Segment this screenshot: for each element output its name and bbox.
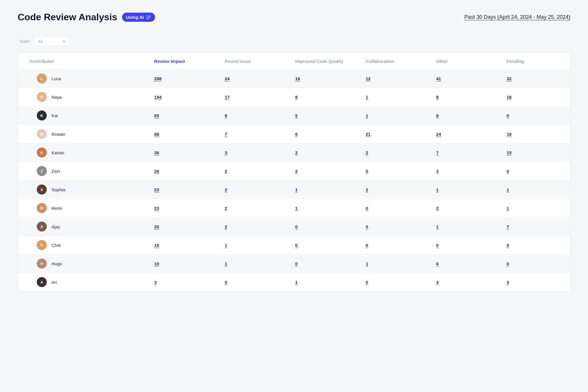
value-link[interactable]: 36 (154, 150, 159, 155)
value-link[interactable]: 0 (295, 261, 298, 266)
value-link[interactable]: 1 (436, 224, 439, 229)
value-link[interactable]: 95 (154, 113, 159, 118)
value-link[interactable]: 21 (366, 132, 371, 137)
value-link[interactable]: 23 (154, 187, 159, 192)
value-link[interactable]: 1 (295, 280, 298, 285)
column-header-found_issue[interactable]: Found Issue (218, 53, 288, 69)
value-link[interactable]: 0 (225, 280, 227, 285)
cell-collaboration: 1 (359, 254, 429, 273)
value-link[interactable]: 6 (436, 261, 439, 266)
value-link[interactable]: 1 (436, 187, 439, 192)
value-link[interactable]: 88 (154, 132, 159, 137)
cell-pending: 18 (499, 88, 570, 106)
cell-found_issue: 2 (218, 199, 288, 217)
value-link[interactable]: 0 (507, 113, 509, 118)
value-link[interactable]: 1 (366, 261, 368, 266)
value-link[interactable]: 0 (295, 243, 298, 248)
value-link[interactable]: 8 (225, 113, 227, 118)
value-link[interactable]: 23 (154, 206, 159, 211)
team-select[interactable]: All ▼ (34, 37, 69, 46)
value-link[interactable]: 0 (366, 243, 368, 248)
value-link[interactable]: 7 (225, 132, 227, 137)
value-link[interactable]: 16 (295, 76, 300, 81)
using-ai-badge[interactable]: Using AI (122, 13, 155, 22)
value-link[interactable]: 41 (436, 76, 441, 81)
cell-pending: 0 (499, 106, 570, 125)
value-link[interactable]: 8 (295, 95, 298, 100)
value-link[interactable]: 2 (366, 150, 368, 155)
value-link[interactable]: 2 (436, 206, 439, 211)
value-link[interactable]: 18 (507, 95, 512, 100)
value-link[interactable]: 1 (366, 95, 368, 100)
value-link[interactable]: 0 (366, 169, 368, 174)
value-link[interactable]: 32 (507, 76, 512, 81)
value-link[interactable]: 15 (507, 150, 512, 155)
value-link[interactable]: 2 (366, 187, 368, 192)
value-link[interactable]: 10 (154, 261, 159, 266)
value-link[interactable]: 8 (436, 113, 439, 118)
value-link[interactable]: 0 (507, 169, 509, 174)
value-link[interactable]: 7 (507, 224, 509, 229)
value-link[interactable]: 0 (366, 224, 368, 229)
value-link[interactable]: 6 (295, 132, 298, 137)
value-link[interactable]: 3 (507, 280, 509, 285)
value-link[interactable]: 194 (154, 95, 161, 100)
cell-review_impact: 20 (147, 217, 218, 236)
value-link[interactable]: 3 (225, 150, 227, 155)
cell-found_issue: 1 (218, 236, 288, 254)
value-link[interactable]: 7 (436, 150, 439, 155)
column-header-pending[interactable]: Pending (499, 53, 570, 69)
value-link[interactable]: 5 (295, 113, 298, 118)
value-link[interactable]: 1 (225, 261, 227, 266)
contributor-cell: AAri (18, 273, 147, 292)
value-link[interactable]: 17 (225, 95, 230, 100)
cell-pending: 1 (499, 180, 570, 199)
column-header-review_impact[interactable]: Review Impact (147, 53, 218, 69)
contributor-name: Ajay (51, 224, 60, 229)
value-link[interactable]: 0 (366, 280, 368, 285)
cell-collaboration: 0 (359, 236, 429, 254)
value-link[interactable]: 10 (154, 243, 159, 248)
value-link[interactable]: 3 (436, 169, 439, 174)
value-link[interactable]: 288 (154, 76, 161, 81)
column-header-collaboration[interactable]: Collaboration (359, 53, 429, 69)
value-link[interactable]: 0 (295, 224, 298, 229)
value-link[interactable]: 0 (507, 261, 509, 266)
column-header-other[interactable]: Other (429, 53, 500, 69)
contributor-cell: RRemi (18, 199, 147, 217)
value-link[interactable]: 8 (436, 95, 439, 100)
value-link[interactable]: 1 (507, 187, 509, 192)
value-link[interactable]: 0 (366, 206, 368, 211)
cell-found_issue: 3 (218, 143, 288, 162)
value-link[interactable]: 2 (295, 169, 298, 174)
value-link[interactable]: 0 (507, 243, 509, 248)
value-link[interactable]: 24 (436, 132, 441, 137)
date-range-picker[interactable]: Past 30 Days (April 24, 2024 - May 25, 2… (464, 14, 570, 20)
cell-collaboration: 0 (359, 273, 429, 292)
ai-badge-label: Using AI (126, 15, 144, 20)
column-header-improved_quality[interactable]: Improved Code Quality (288, 53, 359, 69)
magic-wand-icon (146, 15, 151, 20)
value-link[interactable]: 1 (295, 187, 298, 192)
value-link[interactable]: 1 (295, 206, 298, 211)
value-link[interactable]: 1 (366, 113, 368, 118)
value-link[interactable]: 1 (507, 206, 509, 211)
value-link[interactable]: 26 (154, 169, 159, 174)
value-link[interactable]: 2 (225, 224, 227, 229)
value-link[interactable]: 2 (225, 169, 227, 174)
value-link[interactable]: 2 (225, 206, 227, 211)
value-link[interactable]: 18 (507, 132, 512, 137)
cell-other: 3 (429, 162, 500, 180)
cell-found_issue: 24 (218, 69, 288, 88)
value-link[interactable]: 12 (366, 76, 371, 81)
value-link[interactable]: 0 (436, 243, 439, 248)
value-link[interactable]: 1 (225, 243, 227, 248)
value-link[interactable]: 2 (225, 187, 227, 192)
value-link[interactable]: 3 (154, 280, 156, 285)
value-link[interactable]: 3 (436, 280, 439, 285)
value-link[interactable]: 2 (295, 150, 298, 155)
value-link[interactable]: 20 (154, 224, 159, 229)
column-header-contributor[interactable]: Contributor (18, 53, 147, 69)
value-link[interactable]: 24 (225, 76, 230, 81)
cell-pending: 1 (499, 199, 570, 217)
